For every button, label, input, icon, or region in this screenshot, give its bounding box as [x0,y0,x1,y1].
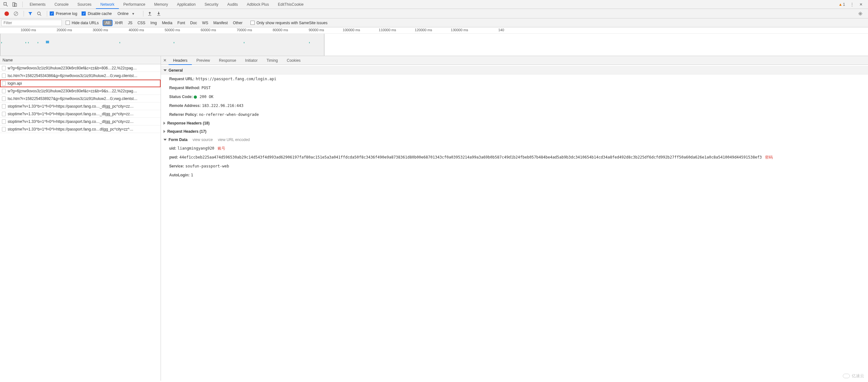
separator [143,11,144,16]
detail-tab-timing[interactable]: Timing [262,56,282,65]
warning-count[interactable]: 1 [843,2,845,7]
request-row[interactable]: lsc.htm?r=1582254534386&g=6jznw9ovos3z1i… [0,72,161,79]
timeline-tick: 140 [498,28,504,32]
settings-gear-icon[interactable] [857,10,864,18]
timeline-tick: 100000 ms [343,28,360,32]
svg-rect-0 [13,3,15,6]
file-icon [2,127,6,132]
timeline-marker [120,42,120,43]
request-row[interactable]: stoptime?v=1.33^b=1^f=0^l=https://passpo… [0,118,161,126]
main-tab-network[interactable]: Network [96,0,119,9]
request-row[interactable]: stoptime?v=1.33^b=1^f=0^l=https://passpo… [0,103,161,110]
type-chip-media[interactable]: Media [160,21,175,26]
file-icon [2,66,6,70]
request-row[interactable]: w?g=6jznw9ovos3z1iz91lhuluw2230k6rc80ef&… [0,87,161,95]
main-tab-performance[interactable]: Performance [119,0,150,9]
timeline-tick: 60000 ms [201,28,216,32]
search-icon[interactable] [35,10,43,18]
request-row[interactable]: w?g=6jznw9ovos3z1iz91lhuluw2230k6rc80ef&… [0,64,161,72]
type-chip-js[interactable]: JS [126,21,134,26]
main-tab-security[interactable]: Security [200,0,223,9]
file-icon [2,97,6,101]
timeline-ruler[interactable]: 10000 ms20000 ms30000 ms40000 ms50000 ms… [0,27,868,34]
form-pwd-row: pwd:44ef1ccbeb225aa474d596530ab29c14d543… [161,153,868,162]
close-detail-icon[interactable]: ✕ [161,58,168,63]
request-row[interactable]: login.api [0,79,161,87]
throttling-select[interactable]: Online [116,11,134,16]
main-tab-elements[interactable]: Elements [25,0,50,9]
separator [22,2,23,7]
general-section-header[interactable]: General [161,66,868,74]
request-list: w?g=6jznw9ovos3z1iz91lhuluw2230k6rc80ef&… [0,64,161,381]
response-headers-section-header[interactable]: Response Headers (18) [161,119,868,127]
request-name: w?g=6jznw9ovos3z1iz91lhuluw2230k6rc80ef&… [8,64,137,72]
devtools-main-toolbar: ElementsConsoleSourcesNetworkPerformance… [0,0,868,9]
request-method-row: Request Method:POST [161,83,868,92]
timeline-tick: 70000 ms [237,28,252,32]
type-chip-xhr[interactable]: XHR [113,21,125,26]
file-icon [2,73,6,78]
main-tab-row: ElementsConsoleSourcesNetworkPerformance… [25,0,432,9]
request-row[interactable]: stoptime?v=1.33^b=1^f=0^l=https://passpo… [0,126,161,133]
type-chip-img[interactable]: Img [148,21,159,26]
form-data-section-header[interactable]: Form Data view source view URL encoded [161,136,868,144]
view-url-encoded-link[interactable]: view URL encoded [218,136,250,144]
detail-tab-headers[interactable]: Headers [168,56,192,65]
detail-tab-preview[interactable]: Preview [192,56,214,65]
download-har-icon[interactable] [155,10,162,18]
main-tab-sources[interactable]: Sources [73,0,96,9]
filter-input[interactable] [1,20,62,26]
type-chip-css[interactable]: CSS [135,21,148,26]
type-chip-manifest[interactable]: Manifest [211,21,230,26]
view-source-link[interactable]: view source [192,136,213,144]
hide-data-urls-checkbox[interactable]: Hide data URLs [66,21,99,25]
disable-cache-checkbox[interactable]: Disable cache [82,11,112,16]
upload-har-icon[interactable] [146,10,154,18]
file-icon [2,104,6,109]
preserve-log-checkbox[interactable]: Preserve log [50,11,77,16]
timeline-tick: 130000 ms [451,28,468,32]
content-area: Name w?g=6jznw9ovos3z1iz91lhuluw2230k6rc… [0,56,868,381]
detail-tab-initiator[interactable]: Initiator [241,56,262,65]
timeline-selection[interactable] [0,34,324,56]
main-tab-console[interactable]: Console [50,0,73,9]
inspect-icon[interactable] [2,1,9,8]
request-row[interactable]: lsc.htm?r=1582254538927&g=6jznw9ovos3z1i… [0,95,161,103]
samesite-checkbox[interactable]: Only show requests with SameSite issues [250,21,328,25]
cloud-icon [843,374,850,378]
network-toolbar: Preserve log Disable cache Online [0,9,868,19]
record-button[interactable] [4,11,9,16]
separator [24,11,24,16]
svg-line-3 [15,12,17,15]
detail-tab-cookies[interactable]: Cookies [282,56,305,65]
main-tab-application[interactable]: Application [173,0,200,9]
close-devtools-icon[interactable]: ✕ [857,1,865,8]
timeline-overview[interactable] [0,34,868,56]
type-chip-font[interactable]: Font [175,21,187,26]
clear-icon[interactable] [12,10,20,18]
type-chip-doc[interactable]: Doc [188,21,199,26]
form-uid-row: uid:liangmingyang920账号 [161,144,868,153]
type-chip-all[interactable]: All [103,21,112,26]
request-name: stoptime?v=1.33^b=1^f=0^l=https://passpo… [8,118,134,126]
device-toggle-icon[interactable] [11,1,19,8]
file-icon [2,112,6,116]
svg-point-6 [860,13,861,14]
uid-annotation: 账号 [218,146,225,150]
request-row[interactable]: stoptime?v=1.33^b=1^f=0^l=https://passpo… [0,110,161,118]
request-name: stoptime?v=1.33^b=1^f=0^l=https://passpo… [8,126,133,133]
main-tab-adblock-plus[interactable]: Adblock Plus [243,0,273,9]
type-filter-chips: AllXHRJSCSSImgMediaFontDocWSManifestOthe… [103,21,245,26]
main-tab-audits[interactable]: Audits [223,0,242,9]
filter-toggle-icon[interactable] [26,10,34,18]
request-headers-section-header[interactable]: Request Headers (17) [161,127,868,136]
type-chip-other[interactable]: Other [231,21,245,26]
main-tab-memory[interactable]: Memory [150,0,173,9]
kebab-menu-icon[interactable]: ⋮ [848,1,856,8]
timeline-tick: 120000 ms [415,28,432,32]
warning-icon[interactable]: ▲ [838,2,842,7]
main-tab-editthiscookie[interactable]: EditThisCookie [273,0,308,9]
name-column-header[interactable]: Name [0,56,161,64]
type-chip-ws[interactable]: WS [200,21,210,26]
detail-tab-response[interactable]: Response [214,56,241,65]
